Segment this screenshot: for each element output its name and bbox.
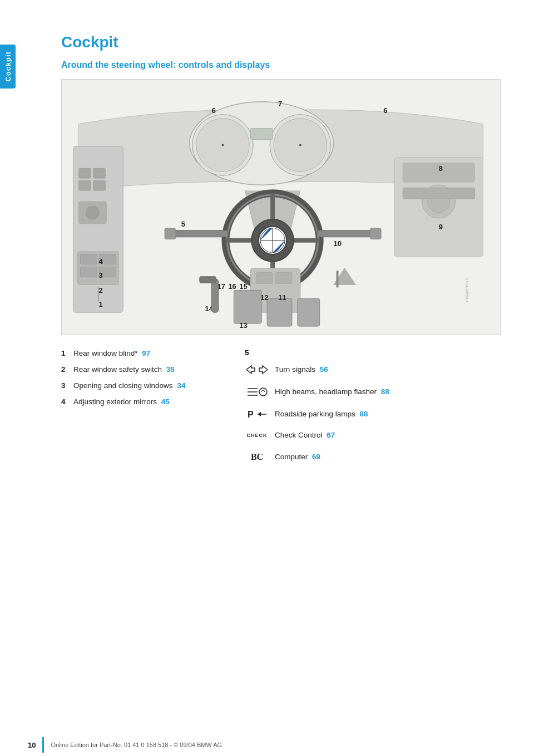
svg-rect-43 <box>403 188 474 199</box>
svg-rect-28 <box>81 267 97 277</box>
svg-text:12: 12 <box>260 293 268 302</box>
svg-point-4 <box>221 144 224 146</box>
parking-lamps-icon: P <box>245 408 269 420</box>
svg-rect-26 <box>81 254 97 264</box>
svg-text:4: 4 <box>98 257 103 266</box>
svg-rect-33 <box>93 168 105 178</box>
footer-bar <box>42 737 44 753</box>
svg-text:7: 7 <box>278 100 282 108</box>
list-item: 1 Rear window blind* 97 <box>61 348 217 359</box>
bc-word: BC <box>251 451 263 463</box>
items-left: 1 Rear window blind* 97 2 Rear window sa… <box>61 348 228 473</box>
item-page: 56 <box>320 365 328 374</box>
svg-marker-78 <box>258 412 261 416</box>
section-number: 5 <box>245 348 501 357</box>
list-item: BC Computer 69 <box>245 451 501 463</box>
check-control-icon: CHECK <box>245 432 269 439</box>
svg-text:1: 1 <box>98 300 102 308</box>
svg-text:P: P <box>248 410 254 419</box>
sidebar-tab-label: Cockpit <box>4 51 12 82</box>
item-text: Computer 69 <box>275 452 501 463</box>
list-item: P Roadside parking lamps 88 <box>245 408 501 420</box>
svg-text:8: 8 <box>439 164 443 173</box>
item-page: 34 <box>177 381 185 390</box>
list-item: Turn signals 56 <box>245 364 501 376</box>
footer: 10 Online Edition for Part-No. 01 41 0 1… <box>0 734 534 756</box>
item-page: 35 <box>166 365 175 374</box>
footer-text: Online Edition for Part-No. 01 41 0 158 … <box>51 742 222 748</box>
svg-text:6: 6 <box>383 106 387 115</box>
svg-rect-22 <box>317 230 373 237</box>
svg-marker-70 <box>246 366 255 374</box>
item-page: 97 <box>142 349 150 357</box>
list-item: 3 Opening and closing windows 34 <box>61 381 217 391</box>
svg-rect-47 <box>337 271 339 288</box>
item-text: Rear window safety switch 35 <box>73 365 217 375</box>
cockpit-diagram: 1 2 3 4 5 6 6 7 8 <box>61 79 501 335</box>
item-number: 4 <box>61 397 70 408</box>
item-text: Adjusting exterior mirrors 45 <box>73 397 217 408</box>
item-text: Rear window blind* 97 <box>73 348 217 359</box>
svg-rect-35 <box>93 180 105 190</box>
item-page: 45 <box>161 397 170 406</box>
svg-text:6: 6 <box>212 106 216 115</box>
item-text: High beams, headlamp flasher 88 <box>275 387 501 397</box>
items-right: 5 Turn signals 56 <box>228 348 501 473</box>
list-item: 4 Adjusting exterior mirrors 45 <box>61 397 217 408</box>
svg-rect-45 <box>267 298 292 326</box>
svg-rect-37 <box>256 272 273 283</box>
item-page: 88 <box>381 387 389 396</box>
list-item: CHECK Check Control 67 <box>245 430 501 441</box>
sidebar-tab: Cockpit <box>0 45 16 89</box>
item-text: Roadside parking lamps 88 <box>275 409 501 420</box>
svg-text:VX14-0055/04: VX14-0055/04 <box>465 278 469 303</box>
item-page: 67 <box>327 431 335 439</box>
svg-point-31 <box>86 206 100 219</box>
svg-point-75 <box>259 388 267 396</box>
svg-marker-71 <box>259 366 268 374</box>
svg-text:9: 9 <box>439 223 443 231</box>
svg-rect-44 <box>234 290 261 323</box>
asterisk: * <box>135 349 137 357</box>
section-subtitle: Around the steering wheel: controls and … <box>61 60 501 70</box>
svg-text:16: 16 <box>228 282 236 291</box>
computer-bc-icon: BC <box>245 451 269 463</box>
item-number: 2 <box>61 365 70 375</box>
item-page: 69 <box>312 453 320 461</box>
svg-rect-34 <box>79 180 91 190</box>
items-section: 1 Rear window blind* 97 2 Rear window sa… <box>61 348 501 473</box>
item-number: 1 <box>61 348 70 359</box>
svg-rect-67 <box>212 279 219 312</box>
svg-rect-46 <box>298 298 320 326</box>
svg-text:3: 3 <box>98 271 102 279</box>
cockpit-illustration: 1 2 3 4 5 6 6 7 8 <box>62 80 500 335</box>
svg-text:2: 2 <box>98 286 102 294</box>
svg-rect-8 <box>250 129 273 140</box>
main-content: Cockpit Around the steering wheel: contr… <box>28 0 534 495</box>
list-item: 2 Rear window safety switch 35 <box>61 365 217 375</box>
svg-text:13: 13 <box>239 321 247 330</box>
high-beams-icon <box>245 386 269 398</box>
svg-rect-32 <box>79 168 91 178</box>
item-text: Turn signals 56 <box>275 365 501 375</box>
svg-text:5: 5 <box>181 220 185 228</box>
turn-signals-icon <box>245 364 269 376</box>
svg-rect-21 <box>165 228 176 239</box>
svg-point-7 <box>299 144 301 146</box>
page-title: Cockpit <box>61 33 501 51</box>
item-page: 88 <box>360 410 368 418</box>
item-text: Check Control 67 <box>275 430 501 441</box>
svg-rect-38 <box>275 272 292 283</box>
item-number: 3 <box>61 381 70 391</box>
check-word: CHECK <box>246 432 267 439</box>
svg-text:11: 11 <box>278 293 286 302</box>
svg-rect-20 <box>173 230 229 237</box>
item-text: Opening and closing windows 34 <box>73 381 217 391</box>
page-number: 10 <box>28 741 36 749</box>
svg-rect-68 <box>200 276 216 283</box>
svg-rect-23 <box>370 228 381 239</box>
list-item: High beams, headlamp flasher 88 <box>245 386 501 398</box>
svg-text:10: 10 <box>334 239 342 248</box>
svg-text:15: 15 <box>239 282 247 291</box>
